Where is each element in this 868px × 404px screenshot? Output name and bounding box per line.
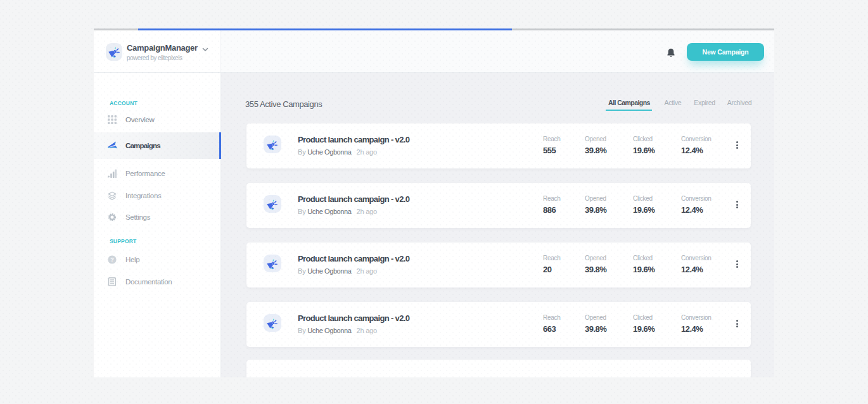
svg-text:?: ?: [110, 256, 114, 263]
